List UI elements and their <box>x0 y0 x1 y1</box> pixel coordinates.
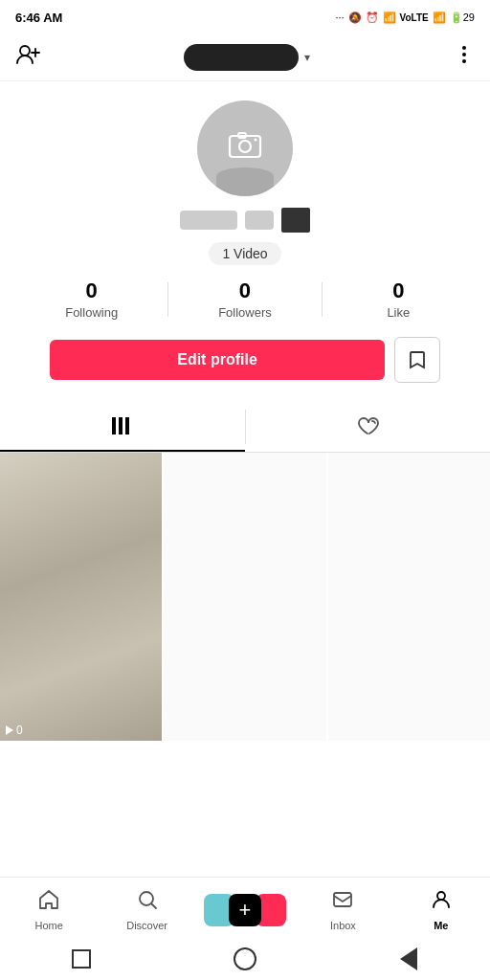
username-block-right <box>281 208 310 233</box>
sys-square-button[interactable] <box>68 946 95 972</box>
camera-icon <box>224 123 266 174</box>
play-count-label: 0 <box>16 724 23 737</box>
battery-icon: 🔋29 <box>450 11 475 24</box>
followers-stat[interactable]: 0 Followers <box>168 278 321 320</box>
add-user-button[interactable] <box>15 42 40 73</box>
sys-back-button[interactable] <box>395 946 422 972</box>
content-spacer <box>0 809 490 877</box>
following-stat[interactable]: 0 Following <box>15 278 167 320</box>
alarm-icon: ⏰ <box>366 11 379 24</box>
thumb-bg <box>0 453 162 741</box>
tab-liked[interactable] <box>246 402 491 452</box>
nav-home[interactable]: Home <box>0 888 98 931</box>
status-icons: ··· 🔕 ⏰ 📶 VoLTE 📶 🔋29 <box>335 11 475 24</box>
svg-line-14 <box>151 904 156 909</box>
username-area[interactable]: ▾ <box>184 44 310 71</box>
sys-square-icon <box>72 949 91 969</box>
svg-point-16 <box>437 892 445 900</box>
discover-label: Discover <box>126 920 167 931</box>
svg-point-4 <box>462 53 466 56</box>
content-tabs <box>0 402 490 453</box>
profile-section: 1 Video 0 Following 0 Followers 0 Like E… <box>0 81 490 402</box>
following-count: 0 <box>86 278 98 303</box>
inbox-icon <box>331 888 354 917</box>
more-options-button[interactable] <box>454 44 475 71</box>
mute-icon: 🔕 <box>348 11 362 24</box>
svg-point-7 <box>239 141 251 152</box>
signal-icon: ··· <box>335 11 344 23</box>
wifi-icon: 📶 <box>433 11 446 24</box>
status-bar: 6:46 AM ··· 🔕 ⏰ 📶 VoLTE 📶 🔋29 <box>0 0 490 34</box>
likes-label: Like <box>387 305 410 320</box>
edit-profile-button[interactable]: Edit profile <box>50 340 385 380</box>
signal-bars-icon: 📶 <box>383 11 396 24</box>
video-badge: 1 Video <box>209 242 280 265</box>
bookmark-button[interactable] <box>394 337 440 383</box>
bottom-nav: Home Discover + Inbox <box>0 877 490 938</box>
stats-row: 0 Following 0 Followers 0 Like <box>15 278 475 320</box>
svg-point-5 <box>462 59 466 63</box>
username-pill <box>184 44 299 71</box>
sys-triangle-icon <box>400 947 417 970</box>
sys-home-button[interactable] <box>232 946 258 972</box>
likes-stat[interactable]: 0 Like <box>323 278 475 320</box>
create-button[interactable]: + <box>204 894 286 926</box>
username-row <box>180 208 310 233</box>
svg-rect-12 <box>125 417 129 434</box>
following-label: Following <box>65 305 118 320</box>
svg-rect-15 <box>334 893 351 906</box>
svg-point-0 <box>20 46 30 56</box>
nav-inbox[interactable]: Inbox <box>294 888 391 931</box>
video-empty-2 <box>328 453 490 741</box>
svg-point-9 <box>255 138 257 141</box>
action-row: Edit profile <box>50 337 440 383</box>
me-label: Me <box>434 920 448 931</box>
nav-discover[interactable]: Discover <box>98 888 195 931</box>
followers-count: 0 <box>239 278 251 303</box>
home-label: Home <box>35 920 63 931</box>
play-icon <box>6 725 13 735</box>
sys-circle-icon <box>234 947 256 970</box>
likes-count: 0 <box>392 278 404 303</box>
tab-videos[interactable] <box>0 402 245 452</box>
dropdown-arrow-icon: ▾ <box>304 51 310 64</box>
video-grid: 0 <box>0 453 490 809</box>
create-btn-wrapper: + <box>196 894 294 926</box>
avatar[interactable] <box>197 100 293 196</box>
username-block-left <box>180 211 237 230</box>
me-icon <box>430 888 453 917</box>
lte-icon: VoLTE <box>400 12 429 23</box>
video-thumb[interactable]: 0 <box>0 453 162 741</box>
svg-rect-10 <box>112 417 116 434</box>
top-nav: ▾ <box>0 34 490 81</box>
username-block-mid <box>245 211 274 230</box>
sys-nav <box>0 938 490 980</box>
followers-label: Followers <box>218 305 272 320</box>
video-empty-1 <box>164 453 325 741</box>
svg-point-3 <box>462 46 466 50</box>
discover-icon <box>136 888 159 917</box>
create-center: + <box>229 894 261 926</box>
status-time: 6:46 AM <box>15 11 62 25</box>
inbox-label: Inbox <box>330 920 356 931</box>
svg-rect-11 <box>119 417 122 434</box>
play-count: 0 <box>6 724 23 737</box>
nav-me[interactable]: Me <box>392 888 490 931</box>
create-icon: + <box>204 894 286 926</box>
home-icon <box>37 888 60 917</box>
